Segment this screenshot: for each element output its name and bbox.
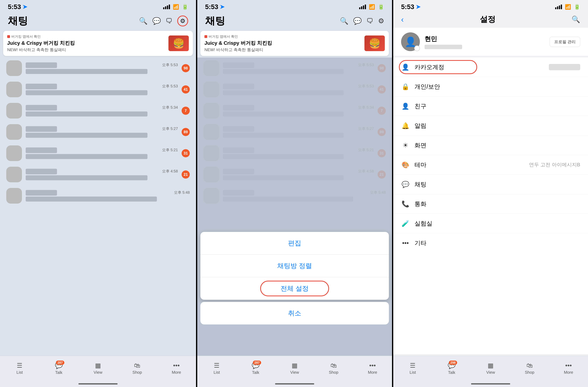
chat-item-1[interactable]: 오후 5:53 98	[0, 58, 196, 79]
gear-icon-1[interactable]: ⚙	[180, 18, 185, 24]
location-icon-2: ➤	[220, 4, 225, 10]
tab-more-label-1: More	[172, 370, 181, 375]
chat-time-5: 오후 5:21	[162, 147, 178, 153]
ad-source-text-1: 버거킹 앱에서 확인	[11, 34, 41, 39]
tab-list-2[interactable]: ☰ List	[197, 356, 236, 381]
search-icon-1[interactable]: 🔍	[139, 17, 148, 25]
chat-name-7	[26, 190, 57, 196]
tab-talk-3[interactable]: 💬 298 Talk	[432, 356, 471, 381]
status-icons-3: 📶 🔋	[555, 4, 580, 10]
signal-bar-1	[163, 7, 164, 9]
location-icon-1: ➤	[22, 4, 27, 10]
settings-icon-circled-1[interactable]: ⚙	[177, 16, 188, 26]
chat-preview-5	[26, 154, 147, 159]
tab-shop-3[interactable]: 🛍 Shop	[510, 356, 549, 381]
settings-item-friends[interactable]: 👤 친구	[393, 97, 588, 116]
settings-item-privacy[interactable]: 🔒 개인/보안	[393, 77, 588, 97]
chat-icon-2[interactable]: 🗨	[366, 17, 373, 25]
shop-icon-2: 🛍	[331, 362, 337, 369]
context-menu-sort[interactable]: 채팅방 정렬	[200, 254, 389, 277]
settings-search-icon[interactable]: 🔍	[571, 15, 580, 23]
tab-view-1[interactable]: ▦ View	[78, 356, 118, 381]
kakao-value	[549, 64, 580, 70]
compose-icon-2[interactable]: 💬	[353, 17, 362, 25]
tab-view-2[interactable]: ▦ View	[275, 356, 314, 381]
settings-item-notifications[interactable]: 🔔 알림	[393, 116, 588, 135]
chat-preview-7	[26, 196, 157, 202]
lab-icon: 🧪	[401, 219, 410, 228]
wifi-icon-1: 📶	[173, 4, 179, 10]
gear-icon-2[interactable]: ⚙	[378, 17, 384, 25]
tab-shop-2[interactable]: 🛍 Shop	[314, 356, 353, 381]
header-icons-1: 🔍 💬 🗨 ⚙	[139, 16, 188, 26]
friends-label: 친구	[415, 102, 580, 110]
signal-bar-2-4	[365, 4, 366, 9]
ad-subtitle-2: NEW! 바삭하고 촉촉한 통살패티	[205, 47, 361, 53]
chat-item-4[interactable]: 오후 5:27 89	[0, 121, 196, 143]
tab-view-3[interactable]: ▦ View	[471, 356, 510, 381]
theme-value: 연두 고전 아이메시지B	[529, 161, 580, 168]
app-title-2: 채팅	[205, 14, 225, 28]
ad-source-2: 버거킹 앱에서 확인	[205, 34, 361, 39]
settings-item-chat[interactable]: 💬 채팅	[393, 175, 588, 194]
chat-item-2[interactable]: 오후 5:53 41	[0, 79, 196, 100]
wifi-icon-3: 📶	[565, 4, 571, 10]
chat-preview-3	[26, 112, 147, 116]
signal-bar-3-3	[559, 5, 560, 9]
talk-badge-2: 287	[253, 361, 261, 365]
tab-more-3[interactable]: ••• More	[549, 356, 588, 381]
ad-title-2: Juicy & Crispy 버거킹 치킨킹	[205, 40, 361, 46]
chat-icon-1[interactable]: 🗨	[166, 17, 172, 25]
ad-source-text-2: 버거킹 앱에서 확인	[209, 34, 238, 39]
ad-image-2: 🍔	[364, 36, 385, 51]
profile-card: 👤 ✏ 현민 프로필 관리	[393, 28, 588, 56]
tab-list-label-1: List	[17, 370, 23, 375]
context-menu-cancel[interactable]: 취소	[200, 302, 389, 325]
signal-bar-2-1	[359, 7, 360, 9]
tab-more-label-2: More	[368, 370, 377, 375]
tab-talk-1[interactable]: 💬 287 Talk	[39, 356, 78, 381]
context-menu-edit[interactable]: 편집	[200, 232, 389, 254]
profile-edit-icon[interactable]: ✏	[414, 45, 420, 51]
tab-list-1[interactable]: ☰ List	[0, 356, 39, 381]
tab-talk-2[interactable]: 💬 287 Talk	[236, 356, 275, 381]
tab-view-label-1: View	[94, 370, 102, 375]
battery-icon-3: 🔋	[574, 4, 580, 10]
home-bar-2	[275, 383, 314, 385]
chat-body-4: 오후 5:27	[26, 126, 178, 138]
chat-name-1	[26, 62, 57, 68]
ad-banner-2[interactable]: 버거킹 앱에서 확인 Juicy & Crispy 버거킹 치킨킹 NEW! 바…	[200, 31, 389, 56]
compose-icon-1[interactable]: 💬	[152, 17, 161, 25]
calls-label: 통화	[415, 200, 580, 208]
chat-item-7[interactable]: 오후 5:48	[0, 185, 196, 206]
tab-bar-2: ☰ List 💬 287 Talk ▦ View 🛍 Shop ••• More	[197, 356, 392, 381]
chat-item-3[interactable]: 오후 5:34 7	[0, 100, 196, 121]
back-button[interactable]: ‹	[401, 15, 404, 24]
ad-image-1: 🍔	[168, 36, 189, 51]
settings-item-kakao[interactable]: 👤 카카오계정	[393, 58, 588, 77]
home-bar-3	[471, 383, 510, 385]
search-icon-2[interactable]: 🔍	[340, 17, 349, 25]
settings-item-other[interactable]: ••• 기타	[393, 233, 588, 253]
chat-item-5[interactable]: 오후 5:21 31	[0, 143, 196, 164]
chat-avatar-5	[6, 145, 22, 161]
settings-item-lab[interactable]: 🧪 실험실	[393, 214, 588, 233]
chat-item-6[interactable]: 오후 4:58 21	[0, 164, 196, 185]
tab-more-2[interactable]: ••• More	[353, 356, 392, 381]
settings-item-calls[interactable]: 📞 통화	[393, 194, 588, 214]
tab-more-1[interactable]: ••• More	[157, 356, 196, 381]
kakao-icon: 👤	[401, 63, 410, 72]
tab-list-label-3: List	[410, 370, 416, 375]
settings-item-theme[interactable]: 🎨 테마 연두 고전 아이메시지B	[393, 155, 588, 175]
context-menu-settings[interactable]: 전체 설정	[200, 277, 389, 300]
settings-item-display[interactable]: ☀ 화면	[393, 135, 588, 155]
list-icon-1: ☰	[17, 362, 22, 369]
profile-manage-button[interactable]: 프로필 관리	[550, 37, 580, 47]
tab-shop-1[interactable]: 🛍 Shop	[118, 356, 157, 381]
signal-bar-2	[165, 6, 166, 9]
ad-text-2: 버거킹 앱에서 확인 Juicy & Crispy 버거킹 치킨킹 NEW! 바…	[205, 34, 361, 53]
tab-list-3[interactable]: ☰ List	[393, 356, 432, 381]
tab-view-label-2: View	[290, 370, 299, 375]
chat-avatar-4	[6, 124, 22, 140]
ad-banner-1[interactable]: 버거킹 앱에서 확인 Juicy & Crispy 버거킹 치킨킹 NEW! 바…	[3, 31, 193, 56]
